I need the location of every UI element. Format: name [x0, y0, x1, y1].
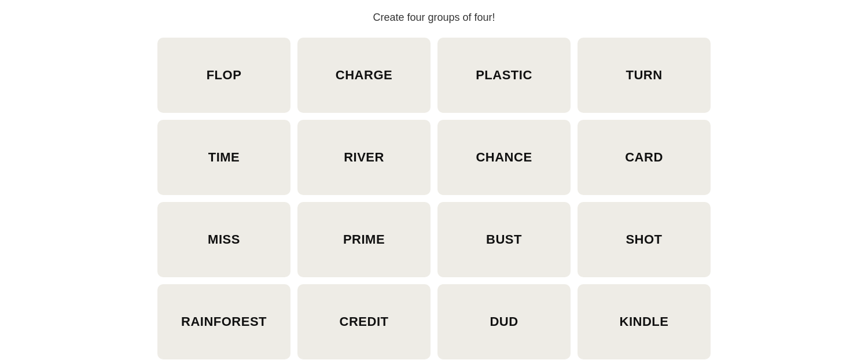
tile-label-bust: BUST — [486, 232, 522, 247]
tile-label-card: CARD — [625, 150, 663, 165]
tile-plastic[interactable]: PLASTIC — [437, 38, 571, 113]
tile-turn[interactable]: TURN — [578, 38, 711, 113]
tile-bust[interactable]: BUST — [437, 202, 571, 277]
tile-label-kindle: KINDLE — [620, 314, 669, 329]
tile-label-charge: CHARGE — [336, 68, 392, 83]
tile-rainforest[interactable]: RAINFOREST — [157, 284, 290, 359]
tile-time[interactable]: TIME — [157, 120, 290, 195]
tile-label-time: TIME — [208, 150, 240, 165]
tile-label-dud: DUD — [490, 314, 518, 329]
tile-label-prime: PRIME — [343, 232, 385, 247]
tile-label-flop: FLOP — [207, 68, 242, 83]
tile-prime[interactable]: PRIME — [297, 202, 431, 277]
tile-label-plastic: PLASTIC — [476, 68, 532, 83]
tile-miss[interactable]: MISS — [157, 202, 290, 277]
tile-label-miss: MISS — [208, 232, 240, 247]
tile-label-credit: CREDIT — [340, 314, 389, 329]
tile-label-turn: TURN — [626, 68, 662, 83]
tile-dud[interactable]: DUD — [437, 284, 571, 359]
tile-chance[interactable]: CHANCE — [437, 120, 571, 195]
tile-charge[interactable]: CHARGE — [297, 38, 431, 113]
page-subtitle: Create four groups of four! — [373, 12, 495, 24]
tile-river[interactable]: RIVER — [297, 120, 431, 195]
tile-label-rainforest: RAINFOREST — [181, 314, 267, 329]
tile-kindle[interactable]: KINDLE — [578, 284, 711, 359]
tile-shot[interactable]: SHOT — [578, 202, 711, 277]
tile-label-river: RIVER — [344, 150, 384, 165]
word-grid: FLOPCHARGEPLASTICTURNTIMERIVERCHANCECARD… — [157, 38, 711, 359]
tile-label-chance: CHANCE — [476, 150, 532, 165]
tile-credit[interactable]: CREDIT — [297, 284, 431, 359]
tile-card[interactable]: CARD — [578, 120, 711, 195]
tile-label-shot: SHOT — [626, 232, 662, 247]
tile-flop[interactable]: FLOP — [157, 38, 290, 113]
